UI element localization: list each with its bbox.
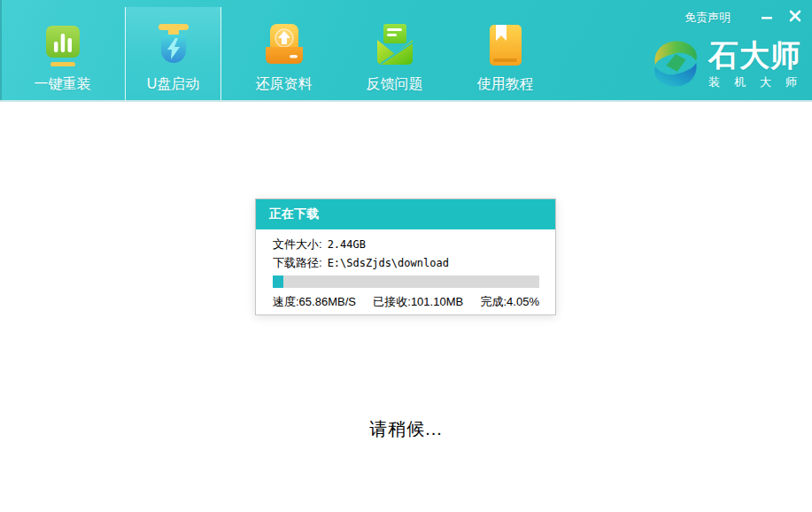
download-path-value: E:\SdsZjds\download <box>328 257 449 269</box>
received-stat: 已接收:101.10MB <box>373 294 463 310</box>
minimize-icon <box>760 9 774 23</box>
tab-label: 还原资料 <box>256 76 313 91</box>
usb-drive-icon <box>151 23 197 69</box>
feedback-mail-icon <box>372 23 418 69</box>
speed-stat: 速度:65.86MB/S <box>273 294 356 310</box>
restore-upload-icon <box>261 23 307 69</box>
progress-bar <box>273 275 539 288</box>
tab-label: U盘启动 <box>147 76 200 91</box>
tab-label: 使用教程 <box>477 76 534 91</box>
download-dialog: 正在下载 文件大小: 2.44GB 下载路径: E:\SdsZjds\downl… <box>255 198 556 315</box>
leaf-s-logo-icon <box>650 37 701 90</box>
completed-stat: 完成:4.05% <box>481 294 539 310</box>
tab-usb-boot[interactable]: U盘启动 <box>125 7 221 100</box>
header-divider <box>0 100 812 102</box>
app-header: 一键重装 U盘启动 <box>0 0 812 100</box>
tab-one-key-reinstall[interactable]: 一键重装 <box>14 7 111 100</box>
brand-title: 石大师 <box>708 38 801 72</box>
main-nav: 一键重装 U盘启动 <box>7 0 561 100</box>
minimize-button[interactable] <box>757 7 777 25</box>
file-size-value: 2.44GB <box>328 238 366 251</box>
tab-tutorial[interactable]: 使用教程 <box>457 7 553 100</box>
stats-bars-icon <box>40 23 86 69</box>
download-dialog-body: 文件大小: 2.44GB 下载路径: E:\SdsZjds\download 速… <box>256 229 555 310</box>
close-button[interactable] <box>785 7 805 25</box>
tab-label: 反馈问题 <box>367 76 423 91</box>
download-stats-row: 速度:65.86MB/S 已接收:101.10MB 完成:4.05% <box>273 294 539 310</box>
progress-fill <box>273 275 283 288</box>
brand-text: 石大师 装机大师 <box>708 38 801 90</box>
tab-feedback[interactable]: 反馈问题 <box>346 7 443 100</box>
window-controls <box>757 7 805 25</box>
disclaimer-link[interactable]: 免责声明 <box>684 10 731 26</box>
close-icon <box>788 9 802 23</box>
brand-subtitle: 装机大师 <box>708 74 812 90</box>
tab-restore-data[interactable]: 还原资料 <box>236 7 332 100</box>
download-path-label: 下载路径: <box>273 257 322 269</box>
file-size-label: 文件大小: <box>273 238 322 251</box>
tutorial-book-icon <box>483 23 529 69</box>
file-size-row: 文件大小: 2.44GB <box>273 238 538 251</box>
status-text: 请稍候... <box>0 417 812 441</box>
tab-label: 一键重装 <box>35 76 91 91</box>
download-dialog-header: 正在下载 <box>256 199 555 229</box>
download-path-row: 下载路径: E:\SdsZjds\download <box>273 257 538 269</box>
brand-logo: 石大师 装机大师 <box>650 37 801 90</box>
dialog-title: 正在下载 <box>269 206 319 222</box>
